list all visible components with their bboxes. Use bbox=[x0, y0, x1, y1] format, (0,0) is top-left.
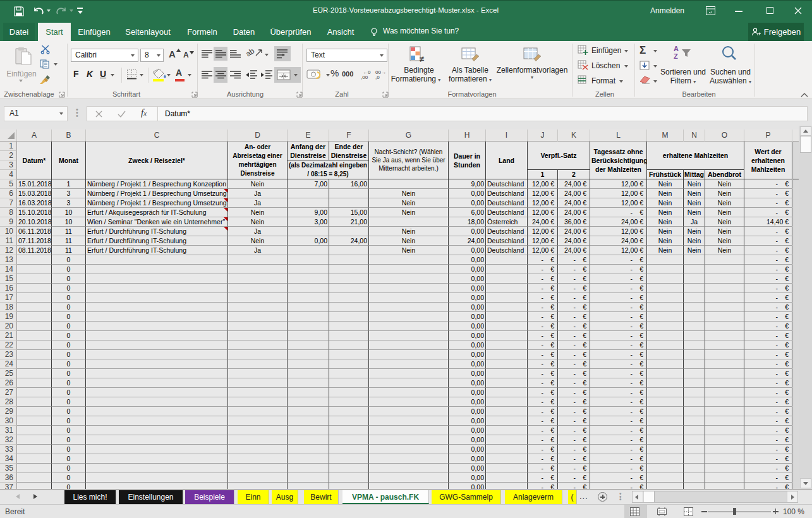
svg-text:,00: ,00 bbox=[361, 75, 368, 80]
svg-text:≠: ≠ bbox=[420, 54, 424, 63]
svg-text:,0: ,0 bbox=[375, 75, 380, 80]
